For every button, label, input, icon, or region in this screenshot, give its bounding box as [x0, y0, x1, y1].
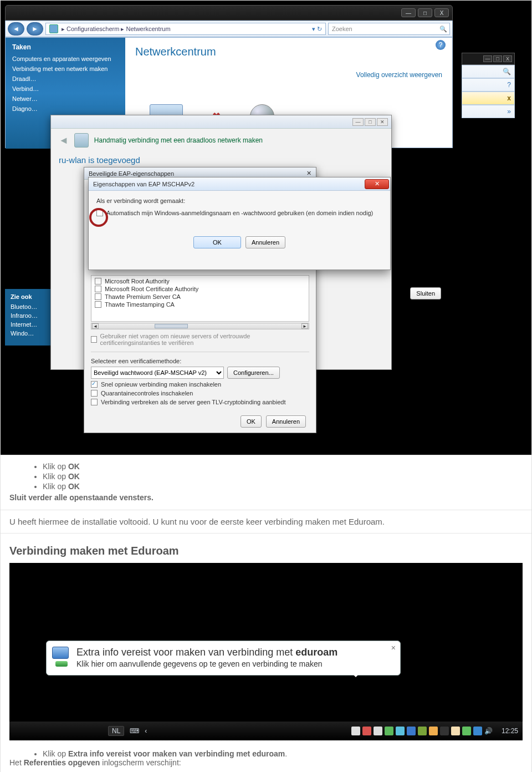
scroll-left-icon[interactable]: ◄	[92, 323, 99, 329]
bg-max-button[interactable]: □	[493, 55, 502, 62]
cb-label: Verbinding verbreken als de server geen …	[101, 399, 285, 405]
configure-button[interactable]: Configureren...	[227, 367, 280, 379]
wlan-added-text: ru-wlan is toegevoegd	[51, 152, 391, 168]
checkbox[interactable]	[95, 278, 101, 285]
scrollbar[interactable]: ◄ ►	[91, 323, 309, 329]
page-title: Netwerkcentrum	[135, 45, 442, 58]
checkbox[interactable]	[95, 293, 101, 300]
system-tray: 🔊	[351, 727, 493, 735]
tray-icon[interactable]	[451, 727, 460, 735]
sidebar-item[interactable]: Netwer…	[12, 95, 119, 102]
tray-icon[interactable]	[362, 727, 371, 735]
balloon-close-icon[interactable]: ×	[391, 643, 396, 652]
notification-balloon[interactable]: × Extra info vereist voor maken van verb…	[46, 641, 401, 676]
tray-icon[interactable]	[407, 727, 416, 735]
auto-logon-checkbox[interactable]	[96, 210, 103, 216]
tray-chevron-icon[interactable]: ‹	[145, 727, 147, 735]
instruction-block-2: Klik op Extra info vereist voor maken va…	[1, 745, 531, 772]
scroll-thumb[interactable]	[155, 324, 188, 328]
instruction-item: Klik op OK	[43, 462, 523, 471]
control-panel-icon	[49, 24, 58, 33]
bg-min-button[interactable]: —	[483, 55, 492, 62]
checkbox[interactable]	[91, 381, 98, 388]
back-button[interactable]: ◄	[8, 22, 24, 35]
window-titlebar: — □ X	[5, 5, 453, 21]
tray-icon[interactable]	[429, 727, 438, 735]
checkbox[interactable]	[91, 390, 98, 397]
instruction-block: Klik op OK Klik op OK Klik op OK Sluit v…	[1, 455, 531, 510]
ca-item: Thawte Timestamping CA	[105, 301, 175, 308]
scroll-right-icon[interactable]: ►	[301, 323, 308, 329]
checkbox[interactable]	[91, 399, 98, 405]
tray-icon[interactable]	[440, 727, 449, 735]
bg-row: 🔍	[462, 65, 515, 78]
sidebar-item[interactable]: Verbind…	[12, 85, 119, 92]
tray-icon[interactable]	[418, 727, 427, 735]
breadcrumb[interactable]: ▸ Configuratiescherm ▸ Netwerkcentrum ▾ …	[45, 23, 326, 35]
wiz-max[interactable]: □	[365, 118, 376, 126]
wizard-title: Handmatig verbinding met een draadloos n…	[94, 136, 263, 144]
full-overview-link[interactable]: Volledig overzicht weergeven	[356, 71, 442, 79]
tray-icon[interactable]	[462, 727, 471, 735]
ok-button[interactable]: OK	[241, 415, 262, 428]
cb-label: Quarantainecontroles inschakelen	[101, 390, 193, 397]
minimize-button[interactable]: —	[401, 8, 416, 17]
tray-icon[interactable]	[473, 727, 482, 735]
checkbox-disabled	[91, 336, 97, 343]
bg-row: ?	[462, 78, 515, 92]
language-indicator[interactable]: NL	[108, 726, 124, 736]
keyboard-icon[interactable]: ⌨	[130, 727, 139, 735]
sidebar-item[interactable]: Diagno…	[12, 105, 119, 112]
ca-list[interactable]: Microsoft Root Authority Microsoft Root …	[91, 275, 309, 322]
screenshot-balloon-tip: × Extra info vereist voor maken van verb…	[9, 563, 523, 740]
instruction-item: Klik op OK	[43, 472, 523, 481]
mschap-close-button[interactable]: ✕	[365, 179, 389, 189]
back-arrow-icon[interactable]: ◄	[59, 135, 69, 146]
volume-icon[interactable]: 🔊	[484, 727, 493, 735]
instruction-line: Het Referenties opgeven inlogscherm vers…	[9, 758, 523, 767]
network-monitor-icon	[52, 647, 69, 659]
eap-title: Beveiligde EAP-eigenschappen	[89, 170, 174, 177]
sidebar-heading: Taken	[12, 43, 119, 51]
cancel-button[interactable]: Annuleren	[266, 415, 306, 428]
wiz-close[interactable]: ✕	[377, 118, 388, 126]
eap-close-button[interactable]: ✕	[306, 170, 311, 177]
window-close-button[interactable]: X	[434, 8, 449, 17]
breadcrumb-text: ▸ Configuratiescherm ▸ Netwerkcentrum	[62, 26, 171, 33]
sidebar-item[interactable]: Verbinding met een netwerk maken	[12, 65, 119, 72]
sidebar-item[interactable]: Draadl…	[12, 75, 119, 82]
bg-close-button[interactable]: X	[503, 55, 512, 62]
sidebar-item[interactable]: Computers en apparaten weergeven	[12, 55, 119, 62]
clock: 12:25	[502, 727, 518, 735]
background-window-fragment: — □ X 🔍 ? x »	[462, 53, 515, 147]
verify-method-select[interactable]: Beveiligd wachtwoord (EAP-MSCHAP v2)	[91, 367, 224, 379]
search-placeholder: Zoeken	[332, 26, 352, 32]
wiz-min[interactable]: —	[352, 118, 364, 126]
balloon-subtext: Klik hier om aanvullende gegevens op te …	[76, 659, 392, 668]
bg-row: »	[462, 105, 515, 118]
cancel-button[interactable]: Annuleren	[245, 236, 285, 248]
checkbox[interactable]	[95, 301, 101, 308]
wireless-icon	[74, 133, 89, 148]
sluiten-button[interactable]: Sluiten	[410, 287, 441, 299]
bg-row-warning[interactable]: x	[462, 92, 515, 105]
mute-text: Gebruiker niet vragen om nieuwe servers …	[100, 333, 309, 346]
instruction-item: Klik op Extra info vereist voor maken va…	[43, 749, 523, 758]
completion-paragraph: U heeft hiermee de installatie voltooid.…	[1, 510, 531, 534]
refresh-icon[interactable]: ▾ ↻	[312, 26, 322, 33]
search-input[interactable]: Zoeken 🔍	[328, 23, 450, 35]
checkbox[interactable]	[95, 286, 101, 292]
forward-button[interactable]: ►	[27, 22, 43, 35]
ok-button[interactable]: OK	[193, 236, 241, 248]
ca-item: Thawte Premium Server CA	[105, 293, 181, 300]
tray-icon[interactable]	[374, 727, 382, 735]
tray-icon[interactable]	[396, 727, 405, 735]
screenshot-vista-dialogs: — □ X ◄ ► ▸ Configuratiescherm ▸ Netwerk…	[1, 1, 531, 455]
mschapv2-dialog: Eigenschappen van EAP MSCHAPv2 ✕ Als er …	[88, 177, 391, 270]
tray-icon[interactable]	[385, 727, 393, 735]
maximize-button[interactable]: □	[418, 8, 432, 17]
search-icon: 🔍	[439, 26, 447, 33]
tray-icon[interactable]	[351, 727, 360, 735]
balloon-title: Extra info vereist voor maken van verbin…	[76, 647, 392, 658]
auto-logon-label: Automatisch mijn Windows-aanmeldingsnaam…	[106, 210, 373, 216]
